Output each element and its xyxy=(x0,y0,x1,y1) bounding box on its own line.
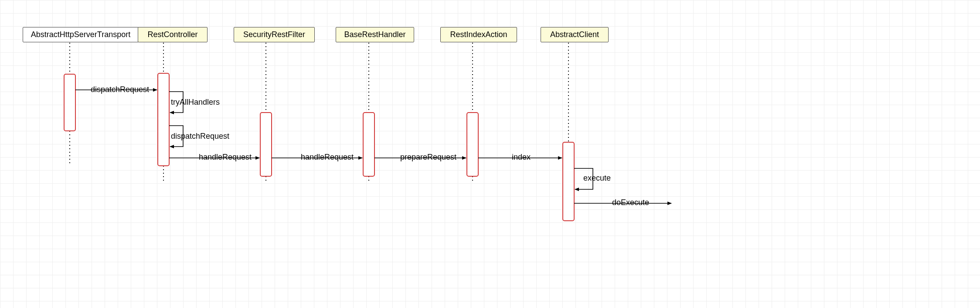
sequence-diagram-canvas: AbstractHttpServerTransport RestControll… xyxy=(0,0,980,308)
message-index: index xyxy=(512,153,531,162)
svg-rect-13 xyxy=(260,113,272,176)
svg-rect-12 xyxy=(158,73,169,166)
message-do-execute: doExecute xyxy=(612,198,649,207)
message-handle-request-1: handleRequest xyxy=(199,153,252,162)
message-prepare-request: prepareRequest xyxy=(400,153,456,162)
svg-rect-16 xyxy=(563,142,574,221)
participant-base-rest-handler: BaseRestHandler xyxy=(336,27,414,42)
svg-rect-14 xyxy=(363,113,374,176)
participant-abstract-http-server-transport: AbstractHttpServerTransport xyxy=(23,27,139,42)
svg-rect-15 xyxy=(467,113,478,176)
message-try-all-handlers: tryAllHandlers xyxy=(171,98,220,107)
participant-security-rest-filter: SecurityRestFilter xyxy=(234,27,315,42)
message-execute: execute xyxy=(583,174,611,183)
participant-abstract-client: AbstractClient xyxy=(541,27,609,42)
message-dispatch-request-1: dispatchRequest xyxy=(91,85,149,94)
participant-rest-index-action: RestIndexAction xyxy=(440,27,517,42)
svg-rect-11 xyxy=(64,74,75,131)
participant-rest-controller: RestController xyxy=(138,27,208,42)
message-dispatch-request-2: dispatchRequest xyxy=(171,132,229,141)
message-handle-request-2: handleRequest xyxy=(301,153,354,162)
